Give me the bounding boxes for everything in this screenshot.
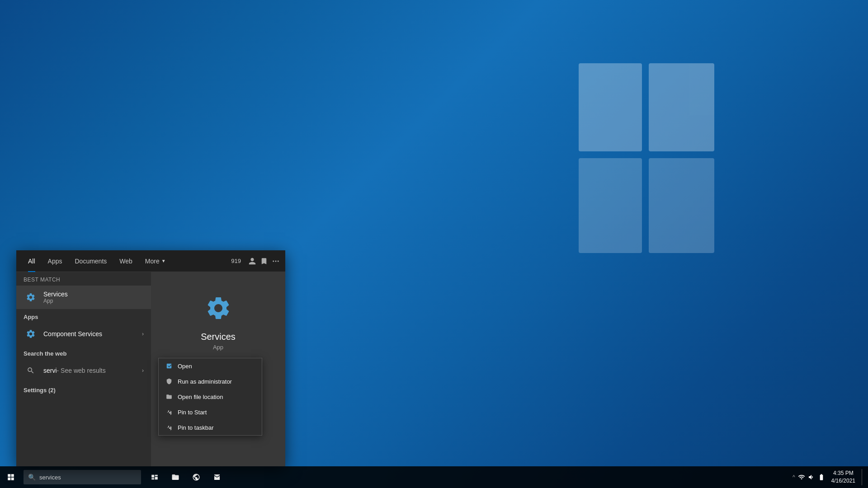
app-type-label: App <box>213 344 223 351</box>
component-services-item[interactable]: Component Services › <box>16 322 151 346</box>
web-search-text: servi- See web results <box>43 367 106 374</box>
search-score: 919 <box>231 258 241 264</box>
app-name-large: Services <box>201 332 236 342</box>
search-right-panel: Services App Open <box>151 272 285 466</box>
store-button[interactable] <box>207 467 227 487</box>
svg-point-1 <box>275 260 277 262</box>
tab-apps[interactable]: Apps <box>42 250 69 272</box>
taskbar-icons <box>145 467 227 487</box>
svg-point-0 <box>273 260 274 262</box>
show-hidden-icons[interactable]: ^ <box>793 474 795 480</box>
more-options-icon[interactable] <box>272 257 280 265</box>
pin-to-taskbar-menu-item[interactable]: Pin to taskbar <box>159 420 262 435</box>
folder-icon <box>165 393 173 401</box>
windows-logo-desktop <box>579 63 714 253</box>
component-services-icon <box>24 327 38 341</box>
web-search-icon <box>24 363 38 378</box>
pin-to-start-menu-item[interactable]: Pin to Start <box>159 404 262 420</box>
task-view-button[interactable] <box>145 467 165 487</box>
file-explorer-icon <box>171 473 179 481</box>
volume-icon[interactable] <box>808 474 815 481</box>
tab-documents[interactable]: Documents <box>68 250 113 272</box>
svg-point-2 <box>278 260 279 262</box>
windows-icon <box>7 473 15 481</box>
taskbar-search-icon: 🔍 <box>28 474 36 481</box>
tab-web[interactable]: Web <box>113 250 139 272</box>
tab-more[interactable]: More ▼ <box>139 250 172 272</box>
best-match-label: Best match <box>16 272 151 286</box>
best-match-text: Services App <box>43 291 68 304</box>
pin-icon <box>165 408 173 416</box>
component-services-text: Component Services <box>43 330 102 338</box>
open-menu-item[interactable]: Open <box>159 358 262 374</box>
best-match-subtitle: App <box>43 298 68 304</box>
web-section-header: Search the web <box>16 346 151 359</box>
clock-time: 4:35 PM <box>833 469 854 477</box>
open-file-location-menu-item[interactable]: Open file location <box>159 389 262 404</box>
search-panel: All Apps Documents Web More ▼ 919 <box>16 250 285 466</box>
edge-icon <box>192 473 200 481</box>
search-left-panel: Best match Services App Apps <box>16 272 151 466</box>
apps-section-header: Apps <box>16 309 151 322</box>
search-content: Best match Services App Apps <box>16 272 285 466</box>
run-as-admin-menu-item[interactable]: Run as administrator <box>159 374 262 389</box>
web-search-arrow: › <box>142 367 144 374</box>
tab-all[interactable]: All <box>22 250 42 272</box>
services-icon-small <box>24 290 38 305</box>
taskbar-right: ^ 4:35 PM 4/16/2021 <box>789 466 868 488</box>
system-tray: ^ <box>793 474 825 481</box>
file-explorer-button[interactable] <box>165 467 185 487</box>
taskbar-search-text: services <box>39 474 61 481</box>
task-view-icon <box>151 473 159 481</box>
bookmark-icon <box>260 257 268 265</box>
edge-button[interactable] <box>186 467 206 487</box>
user-icon <box>248 257 256 265</box>
web-search-query: servi- See web results <box>43 367 106 374</box>
app-preview: Services App <box>151 272 285 367</box>
taskbar-search-box[interactable]: 🔍 services <box>24 470 141 484</box>
component-services-arrow: › <box>142 331 144 337</box>
app-icon-large <box>200 290 236 326</box>
taskbar: 🔍 services <box>0 466 868 488</box>
context-menu: Open Run as administrator <box>158 358 262 436</box>
tab-right-icons: 919 <box>231 257 280 265</box>
desktop: All Apps Documents Web More ▼ 919 <box>0 0 868 488</box>
store-icon <box>213 473 221 481</box>
component-services-title: Component Services <box>43 330 102 338</box>
web-search-item[interactable]: servi- See web results › <box>16 359 151 382</box>
show-desktop-button[interactable] <box>862 469 864 485</box>
admin-icon <box>165 377 173 385</box>
system-clock[interactable]: 4:35 PM 4/16/2021 <box>827 469 860 485</box>
search-tabs: All Apps Documents Web More ▼ 919 <box>16 250 285 272</box>
open-icon <box>165 362 173 370</box>
settings-section-header: Settings (2) <box>16 382 151 395</box>
best-match-item[interactable]: Services App <box>16 286 151 309</box>
start-button[interactable] <box>0 466 22 488</box>
network-icon[interactable] <box>798 474 805 481</box>
clock-date: 4/16/2021 <box>831 477 855 485</box>
pin-taskbar-icon <box>165 423 173 432</box>
best-match-title: Services <box>43 291 68 298</box>
more-chevron-icon: ▼ <box>161 258 166 263</box>
battery-icon[interactable] <box>818 474 825 481</box>
